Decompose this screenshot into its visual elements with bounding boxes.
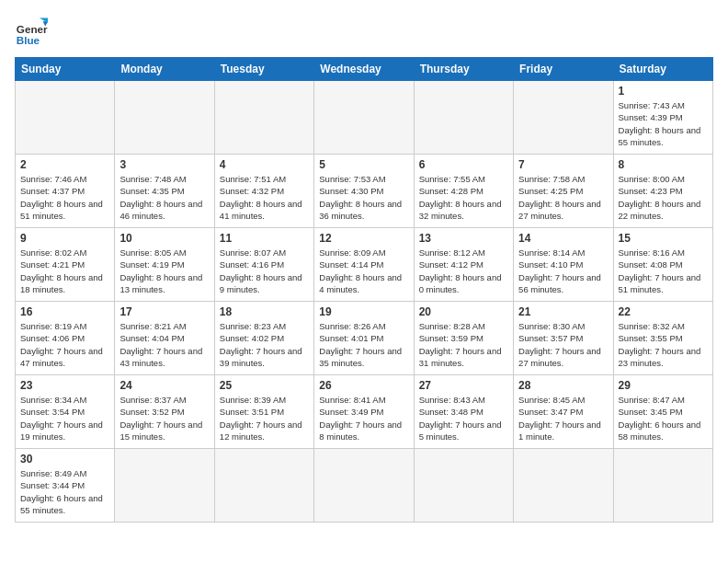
day-info: Sunrise: 8:19 AM Sunset: 4:06 PM Dayligh… (20, 320, 109, 369)
day-number: 26 (319, 379, 408, 392)
day-info: Sunrise: 7:53 AM Sunset: 4:30 PM Dayligh… (319, 173, 408, 222)
day-info: Sunrise: 8:26 AM Sunset: 4:01 PM Dayligh… (319, 320, 408, 369)
day-cell (16, 81, 115, 155)
day-info: Sunrise: 7:51 AM Sunset: 4:32 PM Dayligh… (220, 173, 309, 222)
day-number: 18 (220, 305, 309, 318)
day-cell: 11Sunrise: 8:07 AM Sunset: 4:16 PM Dayli… (214, 228, 313, 302)
day-cell: 9Sunrise: 8:02 AM Sunset: 4:21 PM Daylig… (16, 228, 115, 302)
day-info: Sunrise: 8:02 AM Sunset: 4:21 PM Dayligh… (20, 247, 109, 295)
day-info: Sunrise: 8:21 AM Sunset: 4:04 PM Dayligh… (119, 320, 209, 369)
weekday-header-row: SundayMondayTuesdayWednesdayThursdayFrid… (16, 58, 713, 81)
day-number: 23 (20, 379, 109, 392)
day-cell: 3Sunrise: 7:48 AM Sunset: 4:35 PM Daylig… (115, 155, 214, 228)
weekday-monday: Monday (115, 58, 214, 81)
day-number: 19 (319, 305, 408, 318)
day-number: 2 (20, 158, 109, 171)
week-row-4: 16Sunrise: 8:19 AM Sunset: 4:06 PM Dayli… (16, 302, 713, 375)
svg-text:Blue: Blue (17, 34, 40, 46)
day-cell (214, 449, 313, 523)
day-info: Sunrise: 7:46 AM Sunset: 4:37 PM Dayligh… (20, 173, 109, 222)
day-cell: 29Sunrise: 8:47 AM Sunset: 3:45 PM Dayli… (613, 375, 712, 449)
day-cell: 15Sunrise: 8:16 AM Sunset: 4:08 PM Dayli… (613, 228, 712, 302)
day-number: 14 (518, 232, 608, 245)
day-number: 10 (119, 232, 209, 245)
day-info: Sunrise: 8:05 AM Sunset: 4:19 PM Dayligh… (119, 247, 209, 295)
day-cell: 13Sunrise: 8:12 AM Sunset: 4:12 PM Dayli… (414, 228, 513, 302)
weekday-thursday: Thursday (414, 58, 513, 81)
day-info: Sunrise: 8:43 AM Sunset: 3:48 PM Dayligh… (419, 394, 508, 442)
day-cell: 28Sunrise: 8:45 AM Sunset: 3:47 PM Dayli… (514, 375, 613, 449)
day-info: Sunrise: 8:32 AM Sunset: 3:55 PM Dayligh… (619, 320, 708, 369)
day-info: Sunrise: 8:47 AM Sunset: 3:45 PM Dayligh… (619, 394, 708, 442)
weekday-tuesday: Tuesday (214, 58, 313, 81)
day-number: 25 (220, 379, 309, 392)
day-number: 22 (619, 305, 708, 318)
day-info: Sunrise: 7:55 AM Sunset: 4:28 PM Dayligh… (419, 173, 508, 222)
day-info: Sunrise: 8:45 AM Sunset: 3:47 PM Dayligh… (518, 394, 608, 442)
day-cell: 23Sunrise: 8:34 AM Sunset: 3:54 PM Dayli… (16, 375, 115, 449)
week-row-2: 2Sunrise: 7:46 AM Sunset: 4:37 PM Daylig… (16, 155, 713, 228)
weekday-wednesday: Wednesday (314, 58, 414, 81)
day-cell: 12Sunrise: 8:09 AM Sunset: 4:14 PM Dayli… (314, 228, 414, 302)
day-number: 7 (518, 158, 608, 171)
calendar: SundayMondayTuesdayWednesdayThursdayFrid… (15, 57, 713, 523)
week-row-1: 1Sunrise: 7:43 AM Sunset: 4:39 PM Daylig… (16, 81, 713, 155)
day-info: Sunrise: 8:30 AM Sunset: 3:57 PM Dayligh… (518, 320, 608, 369)
day-info: Sunrise: 8:16 AM Sunset: 4:08 PM Dayligh… (619, 247, 708, 295)
day-cell: 8Sunrise: 8:00 AM Sunset: 4:23 PM Daylig… (613, 155, 712, 228)
day-number: 15 (619, 232, 708, 245)
day-cell: 16Sunrise: 8:19 AM Sunset: 4:06 PM Dayli… (16, 302, 115, 375)
day-cell: 25Sunrise: 8:39 AM Sunset: 3:51 PM Dayli… (214, 375, 313, 449)
logo-icon: General Blue (15, 15, 48, 48)
day-cell (514, 449, 613, 523)
day-number: 3 (119, 158, 209, 171)
day-number: 30 (20, 453, 109, 465)
day-cell: 24Sunrise: 8:37 AM Sunset: 3:52 PM Dayli… (115, 375, 214, 449)
day-cell (414, 81, 513, 155)
day-cell: 10Sunrise: 8:05 AM Sunset: 4:19 PM Dayli… (115, 228, 214, 302)
day-info: Sunrise: 8:23 AM Sunset: 4:02 PM Dayligh… (220, 320, 309, 369)
day-cell: 18Sunrise: 8:23 AM Sunset: 4:02 PM Dayli… (214, 302, 313, 375)
weekday-friday: Friday (514, 58, 613, 81)
day-info: Sunrise: 8:37 AM Sunset: 3:52 PM Dayligh… (119, 394, 209, 442)
day-cell (414, 449, 513, 523)
day-number: 17 (119, 305, 209, 318)
day-info: Sunrise: 8:00 AM Sunset: 4:23 PM Dayligh… (619, 173, 708, 222)
day-number: 13 (419, 232, 508, 245)
day-number: 1 (619, 85, 708, 98)
day-number: 20 (419, 305, 508, 318)
day-number: 4 (220, 158, 309, 171)
day-cell: 4Sunrise: 7:51 AM Sunset: 4:32 PM Daylig… (214, 155, 313, 228)
day-cell: 17Sunrise: 8:21 AM Sunset: 4:04 PM Dayli… (115, 302, 214, 375)
day-number: 27 (419, 379, 508, 392)
day-cell: 26Sunrise: 8:41 AM Sunset: 3:49 PM Dayli… (314, 375, 414, 449)
day-info: Sunrise: 7:48 AM Sunset: 4:35 PM Dayligh… (119, 173, 209, 222)
day-cell: 19Sunrise: 8:26 AM Sunset: 4:01 PM Dayli… (314, 302, 414, 375)
day-number: 11 (220, 232, 309, 245)
day-number: 8 (619, 158, 708, 171)
day-cell: 27Sunrise: 8:43 AM Sunset: 3:48 PM Dayli… (414, 375, 513, 449)
day-cell: 14Sunrise: 8:14 AM Sunset: 4:10 PM Dayli… (514, 228, 613, 302)
header: General Blue (15, 15, 713, 48)
day-info: Sunrise: 8:12 AM Sunset: 4:12 PM Dayligh… (419, 247, 508, 295)
day-info: Sunrise: 8:07 AM Sunset: 4:16 PM Dayligh… (220, 247, 309, 295)
day-cell: 22Sunrise: 8:32 AM Sunset: 3:55 PM Dayli… (613, 302, 712, 375)
week-row-5: 23Sunrise: 8:34 AM Sunset: 3:54 PM Dayli… (16, 375, 713, 449)
day-cell (115, 81, 214, 155)
day-info: Sunrise: 8:49 AM Sunset: 3:44 PM Dayligh… (20, 467, 109, 516)
day-cell (314, 81, 414, 155)
day-cell: 7Sunrise: 7:58 AM Sunset: 4:25 PM Daylig… (514, 155, 613, 228)
day-cell: 6Sunrise: 7:55 AM Sunset: 4:28 PM Daylig… (414, 155, 513, 228)
logo: General Blue (15, 15, 48, 48)
day-number: 21 (518, 305, 608, 318)
day-number: 29 (619, 379, 708, 392)
day-info: Sunrise: 8:34 AM Sunset: 3:54 PM Dayligh… (20, 394, 109, 442)
day-cell: 1Sunrise: 7:43 AM Sunset: 4:39 PM Daylig… (613, 81, 712, 155)
day-cell (214, 81, 313, 155)
week-row-3: 9Sunrise: 8:02 AM Sunset: 4:21 PM Daylig… (16, 228, 713, 302)
weekday-saturday: Saturday (613, 58, 712, 81)
day-number: 16 (20, 305, 109, 318)
day-info: Sunrise: 8:39 AM Sunset: 3:51 PM Dayligh… (220, 394, 309, 442)
day-number: 9 (20, 232, 109, 245)
day-info: Sunrise: 8:28 AM Sunset: 3:59 PM Dayligh… (419, 320, 508, 369)
